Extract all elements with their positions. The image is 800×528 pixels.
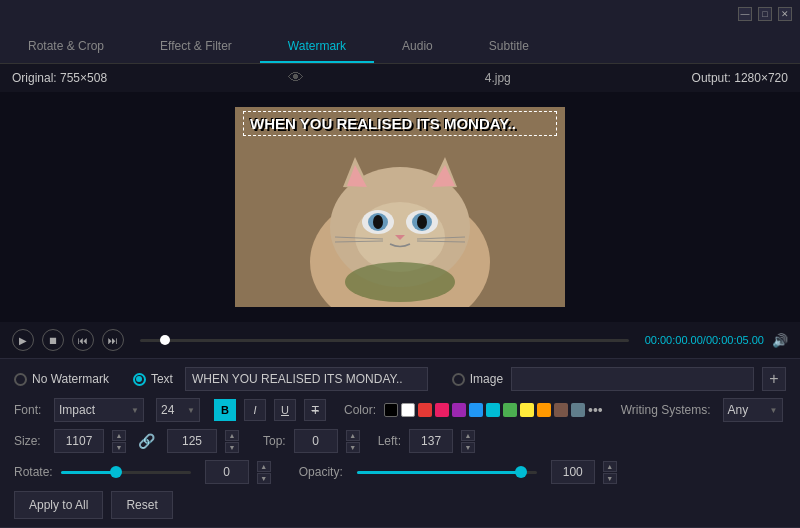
writing-systems-label: Writing Systems: [621,403,711,417]
top-up[interactable]: ▲ [346,430,360,441]
playback-bar: ▶ ⏹ ⏮ ⏭ 00:00:00.00/00:00:05.00 🔊 [0,322,800,358]
top-input[interactable] [294,429,338,453]
top-spinner[interactable]: ▲ ▼ [346,430,360,453]
left-down[interactable]: ▼ [461,442,475,453]
more-colors-icon[interactable]: ••• [588,402,603,418]
opacity-down[interactable]: ▼ [603,473,617,484]
rotate-slider-track[interactable] [61,471,191,474]
color-blue[interactable] [469,403,483,417]
maximize-button[interactable]: □ [758,7,772,21]
progress-track[interactable] [140,339,629,342]
text-watermark-group[interactable]: Text [133,372,173,386]
font-family-select[interactable]: Impact ▼ [54,398,144,422]
rotate-slider-thumb[interactable] [110,466,122,478]
rotate-down[interactable]: ▼ [257,473,271,484]
color-black[interactable] [384,403,398,417]
prev-button[interactable]: ⏮ [72,329,94,351]
color-gray[interactable] [571,403,585,417]
image-watermark-radio[interactable] [452,373,465,386]
eye-icon[interactable]: 👁 [288,69,304,87]
no-watermark-radio[interactable] [14,373,27,386]
color-green[interactable] [503,403,517,417]
size-label: Size: [14,434,46,448]
image-path-input[interactable] [511,367,754,391]
height-down[interactable]: ▼ [225,442,239,453]
svg-point-19 [345,262,455,302]
color-orange[interactable] [537,403,551,417]
no-watermark-group[interactable]: No Watermark [14,372,109,386]
meme-image: WHEN YOU REALISED ITS MONDAY.. [235,107,565,307]
height-up[interactable]: ▲ [225,430,239,441]
height-spinner[interactable]: ▲ ▼ [225,430,239,453]
apply-to-all-button[interactable]: Apply to All [14,491,103,519]
size-row: Size: ▲ ▼ 🔗 ▲ ▼ Top: ▲ ▼ Left: ▲ ▼ [14,429,786,453]
reset-button[interactable]: Reset [111,491,172,519]
writing-systems-select[interactable]: Any ▼ [723,398,783,422]
color-red[interactable] [418,403,432,417]
action-buttons-row: Apply to All Reset [14,491,786,519]
text-watermark-label: Text [151,372,173,386]
close-button[interactable]: ✕ [778,7,792,21]
tab-effect-filter[interactable]: Effect & Filter [132,31,260,63]
left-spinner[interactable]: ▲ ▼ [461,430,475,453]
tab-audio[interactable]: Audio [374,31,461,63]
volume-icon[interactable]: 🔊 [772,333,788,348]
color-palette: ••• [384,402,603,418]
strikethrough-button[interactable]: T̶ [304,399,326,421]
color-yellow[interactable] [520,403,534,417]
color-pink[interactable] [435,403,449,417]
color-label: Color: [344,403,376,417]
opacity-up[interactable]: ▲ [603,461,617,472]
cat-svg [235,107,565,307]
top-label: Top: [263,434,286,448]
left-input[interactable] [409,429,453,453]
rotate-label: Rotate: [14,465,53,479]
color-cyan[interactable] [486,403,500,417]
watermark-type-row: No Watermark Text Image + [14,367,786,391]
tab-watermark[interactable]: Watermark [260,31,374,63]
opacity-slider-track[interactable] [357,471,537,474]
next-button[interactable]: ⏭ [102,329,124,351]
image-watermark-group[interactable]: Image [452,372,503,386]
progress-thumb[interactable] [160,335,170,345]
left-up[interactable]: ▲ [461,430,475,441]
text-watermark-radio[interactable] [133,373,146,386]
underline-button[interactable]: U [274,399,296,421]
no-watermark-label: No Watermark [32,372,109,386]
width-spinner[interactable]: ▲ ▼ [112,430,126,453]
watermark-text-overlay[interactable]: WHEN YOU REALISED ITS MONDAY.. [243,111,557,136]
tab-rotate-crop[interactable]: Rotate & Crop [0,31,132,63]
filename: 4.jpg [485,71,511,85]
time-display: 00:00:00.00/00:00:05.00 [645,334,764,346]
svg-point-9 [417,215,427,229]
color-white[interactable] [401,403,415,417]
tab-subtitle[interactable]: Subtitle [461,31,557,63]
rotate-up[interactable]: ▲ [257,461,271,472]
width-input[interactable] [54,429,104,453]
opacity-spinner[interactable]: ▲ ▼ [603,461,617,484]
minimize-button[interactable]: — [738,7,752,21]
add-image-button[interactable]: + [762,367,786,391]
image-watermark-label: Image [470,372,503,386]
color-brown[interactable] [554,403,568,417]
bold-button[interactable]: B [214,399,236,421]
svg-point-8 [373,215,383,229]
top-down[interactable]: ▼ [346,442,360,453]
italic-button[interactable]: I [244,399,266,421]
rotate-spinner[interactable]: ▲ ▼ [257,461,271,484]
width-up[interactable]: ▲ [112,430,126,441]
title-bar: — □ ✕ [0,0,800,28]
color-purple[interactable] [452,403,466,417]
stop-button[interactable]: ⏹ [42,329,64,351]
video-preview: WHEN YOU REALISED ITS MONDAY.. [0,92,800,322]
width-down[interactable]: ▼ [112,442,126,453]
font-size-select[interactable]: 24 ▼ [156,398,200,422]
height-input[interactable] [167,429,217,453]
output-size: Output: 1280×720 [692,71,788,85]
watermark-text-input[interactable] [185,367,428,391]
opacity-slider-thumb[interactable] [515,466,527,478]
play-button[interactable]: ▶ [12,329,34,351]
rotate-input[interactable] [205,460,249,484]
link-icon[interactable]: 🔗 [138,433,155,449]
opacity-input[interactable] [551,460,595,484]
